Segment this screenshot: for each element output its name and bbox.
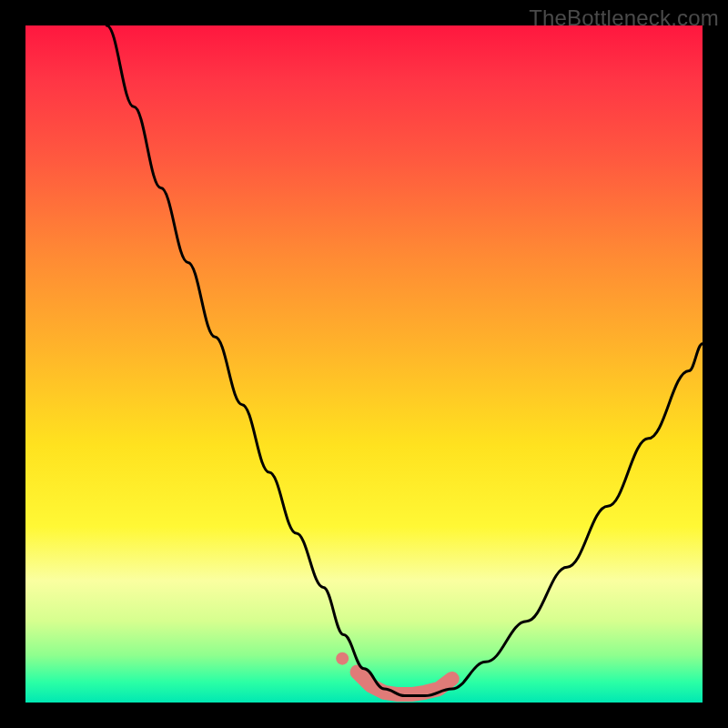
curve-layer [106,25,703,696]
plot-area [25,25,703,703]
optimal-band-layer [336,652,452,694]
optimal-band-start-dot [336,652,349,665]
chart-frame: TheBottleneck.com [0,0,728,728]
bottleneck-curve [106,25,703,696]
chart-svg [25,25,703,703]
